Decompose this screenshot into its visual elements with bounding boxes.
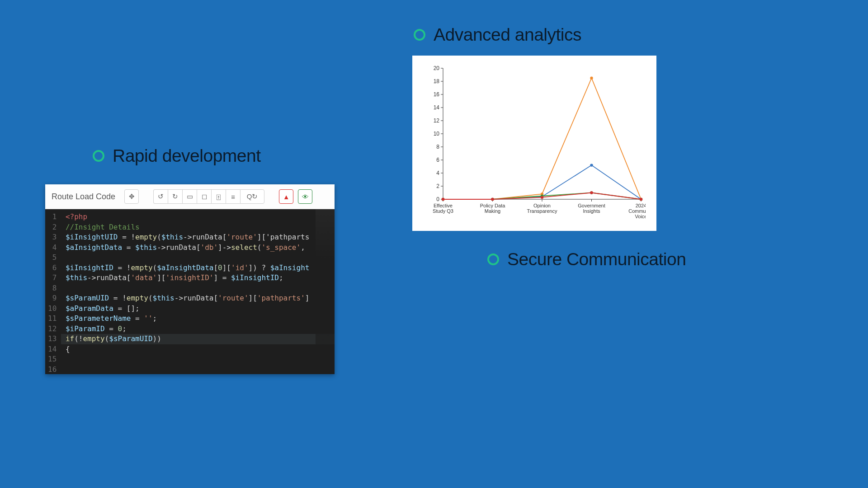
- svg-text:14: 14: [434, 104, 440, 111]
- svg-text:Opinion: Opinion: [533, 203, 551, 208]
- svg-point-55: [442, 198, 444, 201]
- svg-text:10: 10: [434, 131, 440, 137]
- svg-text:Making: Making: [485, 208, 500, 214]
- line-number-gutter: 12345678910111213141516: [45, 209, 61, 374]
- analytics-chart-panel: 02468101214161820EffectiveStudy Q3Policy…: [412, 56, 656, 231]
- search-refresh-icon[interactable]: Q↻: [240, 189, 264, 204]
- feature-advanced-analytics: Advanced analytics: [414, 25, 581, 45]
- svg-point-56: [491, 198, 494, 201]
- svg-text:Effective: Effective: [434, 203, 453, 208]
- editor-toolbar: Route Load Code ✥ ↺ ↻ ▭ ◻ ⍐ ≡ Q↻ ▲ 👁: [45, 184, 335, 209]
- list-icon[interactable]: ≡: [226, 189, 240, 204]
- bullet-circle-icon: [414, 29, 425, 41]
- zoom-in-icon[interactable]: ⍐: [211, 189, 226, 204]
- svg-text:Government: Government: [578, 203, 605, 208]
- move-icon[interactable]: ✥: [124, 189, 139, 204]
- editor-title: Route Load Code: [52, 192, 115, 202]
- svg-text:20: 20: [434, 65, 440, 71]
- rotate-left-icon[interactable]: ↺: [153, 189, 168, 204]
- stop-icon[interactable]: ▭: [182, 189, 197, 204]
- bullet-circle-icon: [93, 150, 104, 162]
- svg-text:Community: Community: [628, 208, 646, 214]
- svg-text:16: 16: [434, 91, 440, 98]
- analytics-line-chart: 02468101214161820EffectiveStudy Q3Policy…: [423, 64, 646, 226]
- feature-secure-communication: Secure Communication: [487, 249, 686, 269]
- bullet-label: Secure Communication: [507, 249, 686, 269]
- svg-point-59: [640, 198, 642, 201]
- zoom-reset-icon[interactable]: ◻: [197, 189, 211, 204]
- bullet-label: Advanced analytics: [434, 25, 581, 45]
- svg-text:Insights: Insights: [583, 208, 600, 214]
- svg-text:6: 6: [436, 157, 439, 163]
- svg-text:Policy Data: Policy Data: [480, 203, 506, 208]
- svg-text:Transparency: Transparency: [527, 208, 557, 214]
- svg-text:12: 12: [434, 117, 440, 124]
- bullet-circle-icon: [487, 253, 499, 265]
- svg-point-57: [541, 196, 543, 198]
- svg-point-58: [590, 191, 593, 194]
- rotate-right-icon[interactable]: ↻: [168, 189, 182, 204]
- svg-text:Voice: Voice: [635, 214, 646, 219]
- svg-text:4: 4: [436, 170, 439, 176]
- warning-icon[interactable]: ▲: [279, 189, 293, 204]
- code-text-area[interactable]: <?php //Insight Details $iInsightUID = !…: [61, 209, 335, 374]
- svg-point-43: [590, 164, 593, 166]
- eye-icon[interactable]: 👁: [298, 189, 312, 204]
- svg-text:2: 2: [436, 183, 439, 189]
- editor-body[interactable]: 12345678910111213141516 <?php //Insight …: [45, 209, 335, 374]
- svg-text:8: 8: [436, 144, 439, 150]
- svg-text:18: 18: [434, 78, 440, 84]
- svg-point-48: [590, 77, 593, 80]
- svg-text:Study Q3: Study Q3: [433, 208, 453, 214]
- feature-rapid-development: Rapid development: [93, 146, 261, 166]
- svg-text:0: 0: [436, 196, 439, 202]
- svg-text:2024: 2024: [636, 203, 646, 208]
- editor-minimap[interactable]: [316, 209, 335, 374]
- code-editor-panel: Route Load Code ✥ ↺ ↻ ▭ ◻ ⍐ ≡ Q↻ ▲ 👁 123…: [45, 184, 335, 374]
- bullet-label: Rapid development: [113, 146, 261, 166]
- toolbar-group-edit: ↺ ↻ ▭ ◻ ⍐ ≡ Q↻: [153, 189, 264, 204]
